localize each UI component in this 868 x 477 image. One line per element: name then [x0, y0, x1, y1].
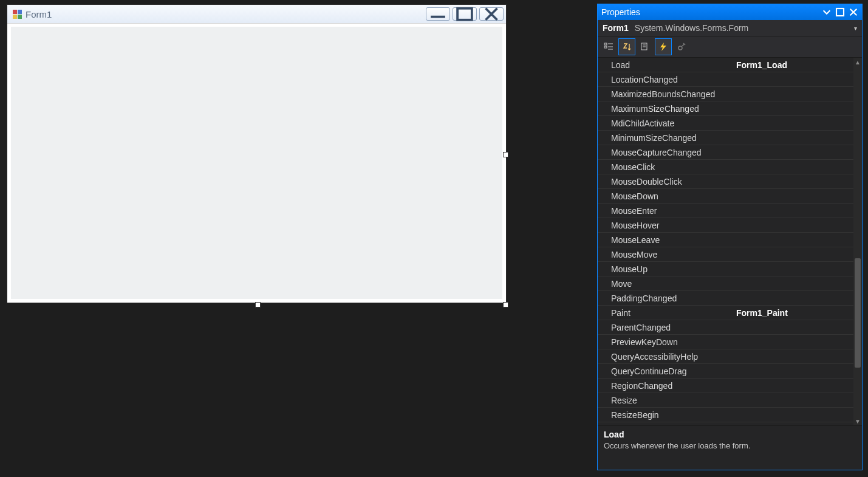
event-name: MouseLeave	[598, 235, 733, 245]
event-name: PreviewKeyDown	[598, 337, 733, 347]
event-value[interactable]: Form1_Load	[733, 60, 853, 70]
event-row[interactable]: MouseEnter	[598, 204, 853, 218]
event-row[interactable]: QueryAccessibilityHelp	[598, 349, 853, 364]
object-selector[interactable]: Form1 System.Windows.Forms.Form ▾	[598, 20, 862, 36]
event-row[interactable]: PaddingChanged	[598, 291, 853, 306]
event-row[interactable]: MdiChildActivate	[598, 116, 853, 131]
panel-close-icon[interactable]	[849, 7, 858, 17]
description-text: Occurs whenever the user loads the form.	[604, 441, 750, 450]
form-icon	[12, 9, 22, 19]
event-name: RegionChanged	[598, 381, 733, 391]
event-row[interactable]: MaximizedBoundsChanged	[598, 87, 853, 101]
event-name: MinimumSizeChanged	[598, 133, 733, 143]
event-name: Load	[598, 60, 733, 70]
close-button[interactable]	[479, 7, 504, 21]
alphabetical-button[interactable]	[618, 38, 635, 55]
description-pane: Load Occurs whenever the user loads the …	[598, 425, 862, 470]
event-name: ResizeBegin	[598, 410, 733, 420]
event-name: ResizeEnd	[598, 425, 733, 426]
event-name: MouseEnter	[598, 206, 733, 216]
scroll-down-arrow-icon[interactable]: ▼	[853, 417, 862, 425]
resize-handle-bottom[interactable]	[255, 302, 261, 307]
event-row[interactable]: MouseUp	[598, 262, 853, 276]
events-grid-wrap: LoadForm1_LoadLocationChangedMaximizedBo…	[598, 58, 862, 425]
event-name: PaddingChanged	[598, 293, 733, 303]
event-row[interactable]: MouseDoubleClick	[598, 174, 853, 189]
scroll-up-arrow-icon[interactable]: ▲	[853, 58, 862, 66]
event-name: Move	[598, 279, 733, 289]
properties-panel-header[interactable]: Properties	[598, 4, 862, 20]
event-name: MouseCaptureChanged	[598, 148, 733, 157]
properties-button[interactable]	[637, 38, 654, 55]
event-row[interactable]: ResizeBegin	[598, 408, 853, 422]
chevron-down-icon: ▾	[854, 25, 857, 32]
categorized-button[interactable]	[600, 38, 617, 55]
svg-rect-1	[457, 9, 472, 20]
event-row[interactable]: Resize	[598, 393, 853, 408]
event-row[interactable]: MouseMove	[598, 247, 853, 262]
event-row[interactable]: ResizeEnd	[598, 422, 853, 425]
event-row[interactable]: PreviewKeyDown	[598, 335, 853, 349]
panel-dropdown-icon[interactable]	[822, 7, 832, 17]
event-row[interactable]: QueryContinueDrag	[598, 364, 853, 379]
events-button[interactable]	[655, 38, 672, 55]
event-row[interactable]: MouseDown	[598, 189, 853, 204]
svg-rect-4	[836, 9, 844, 16]
event-name: MouseUp	[598, 264, 733, 274]
event-name: MouseClick	[598, 162, 733, 172]
event-row[interactable]: LocationChanged	[598, 72, 853, 87]
scroll-thumb[interactable]	[855, 258, 861, 368]
event-row[interactable]: MouseHover	[598, 218, 853, 233]
form-designer-window[interactable]: Form1	[7, 4, 507, 303]
object-type: System.Windows.Forms.Form	[635, 23, 748, 33]
svg-rect-7	[604, 43, 607, 45]
event-name: LocationChanged	[598, 75, 733, 84]
event-row[interactable]: RegionChanged	[598, 379, 853, 393]
event-value[interactable]: Form1_Paint	[733, 308, 853, 318]
event-name: ParentChanged	[598, 323, 733, 332]
event-row[interactable]: Move	[598, 276, 853, 291]
event-row[interactable]: PaintForm1_Paint	[598, 306, 853, 320]
event-name: MdiChildActivate	[598, 118, 733, 128]
event-row[interactable]: MouseLeave	[598, 233, 853, 247]
event-name: MouseDoubleClick	[598, 177, 733, 187]
form-titlebar[interactable]: Form1	[7, 5, 506, 24]
form-client-area[interactable]	[11, 27, 502, 299]
minimize-button[interactable]	[426, 7, 450, 21]
event-row[interactable]: MaximumSizeChanged	[598, 101, 853, 116]
property-pages-button[interactable]	[673, 38, 690, 55]
event-row[interactable]: MinimumSizeChanged	[598, 131, 853, 145]
svg-point-16	[678, 46, 682, 50]
properties-toolbar	[598, 36, 862, 58]
description-title: Load	[604, 430, 856, 439]
event-name: MouseMove	[598, 250, 733, 259]
event-row[interactable]: LoadForm1_Load	[598, 58, 853, 72]
events-grid[interactable]: LoadForm1_LoadLocationChangedMaximizedBo…	[598, 58, 853, 425]
event-name: MouseHover	[598, 221, 733, 230]
resize-handle-right[interactable]	[503, 152, 508, 157]
properties-panel-title: Properties	[601, 7, 818, 17]
object-name: Form1	[603, 23, 629, 33]
event-name: MaximumSizeChanged	[598, 104, 733, 114]
svg-rect-8	[604, 46, 607, 48]
event-row[interactable]: MouseCaptureChanged	[598, 145, 853, 160]
event-row[interactable]: ParentChanged	[598, 320, 853, 335]
panel-maximize-icon[interactable]	[835, 7, 845, 17]
event-name: MaximizedBoundsChanged	[598, 89, 733, 99]
event-row[interactable]: MouseClick	[598, 160, 853, 174]
event-name: QueryContinueDrag	[598, 366, 733, 376]
grid-scrollbar[interactable]: ▲ ▼	[853, 58, 862, 425]
maximize-button[interactable]	[453, 7, 477, 21]
properties-panel: Properties Form1 System.Windows.Forms.Fo…	[597, 4, 863, 470]
event-name: QueryAccessibilityHelp	[598, 352, 733, 362]
svg-marker-15	[660, 43, 666, 51]
form-title: Form1	[26, 9, 426, 19]
resize-handle-corner[interactable]	[503, 302, 508, 307]
event-name: Resize	[598, 396, 733, 405]
event-name: MouseDown	[598, 191, 733, 201]
event-name: Paint	[598, 308, 733, 318]
